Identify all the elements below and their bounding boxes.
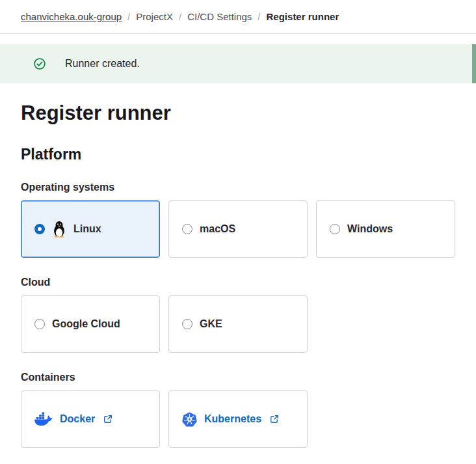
breadcrumb-separator: / (179, 10, 181, 23)
breadcrumb-link-group[interactable]: chanvicheka.ouk-group (21, 10, 122, 23)
external-link-icon (103, 415, 112, 424)
breadcrumb: chanvicheka.ouk-group / ProjectX / CI/CD… (0, 0, 476, 34)
linux-penguin-icon (52, 221, 66, 238)
gke-radio[interactable] (182, 319, 192, 329)
platform-heading: Platform (21, 144, 455, 164)
google-cloud-radio[interactable] (34, 319, 45, 329)
macos-radio[interactable] (182, 224, 192, 234)
os-option-linux[interactable]: Linux (21, 200, 160, 258)
os-option-label: Linux (73, 223, 101, 235)
cloud-option-gke[interactable]: GKE (168, 295, 308, 353)
register-runner-page: Register runner Platform Operating syste… (0, 100, 476, 448)
page-title: Register runner (21, 100, 455, 126)
alert-message: Runner created. (65, 58, 140, 70)
breadcrumb-link-project[interactable]: ProjectX (136, 10, 173, 23)
cloud-option-label: Google Cloud (52, 318, 120, 330)
breadcrumb-link-cicd-settings[interactable]: CI/CD Settings (187, 10, 252, 23)
scrollbar-thumb[interactable] (472, 44, 476, 83)
breadcrumb-separator: / (127, 10, 130, 23)
containers-label: Containers (21, 371, 455, 384)
operating-systems-label: Operating systems (21, 181, 455, 194)
kubernetes-icon (182, 412, 197, 427)
kubernetes-link-card[interactable]: Kubernetes (168, 390, 308, 448)
cloud-options: Google Cloud GKE (21, 295, 455, 353)
breadcrumb-separator: / (258, 10, 260, 23)
kubernetes-link-label: Kubernetes (204, 413, 261, 425)
docker-link-label: Docker (60, 413, 95, 425)
os-option-windows[interactable]: Windows (316, 200, 455, 258)
cloud-option-label: GKE (200, 318, 222, 330)
cloud-label: Cloud (21, 276, 455, 289)
operating-systems-options: Linux macOS Windows (21, 200, 455, 258)
external-link-icon (270, 415, 279, 424)
windows-radio[interactable] (330, 224, 340, 234)
docker-icon (34, 412, 53, 426)
os-option-label: macOS (200, 223, 235, 235)
check-circle-icon (34, 58, 46, 70)
os-option-label: Windows (347, 223, 393, 235)
breadcrumb-current-page: Register runner (267, 10, 339, 23)
cloud-option-google-cloud[interactable]: Google Cloud (21, 295, 160, 353)
os-option-macos[interactable]: macOS (168, 200, 308, 258)
success-alert: Runner created. (0, 44, 476, 83)
docker-link-card[interactable]: Docker (21, 390, 160, 448)
container-links: Docker (21, 390, 455, 448)
linux-radio[interactable] (34, 224, 45, 234)
